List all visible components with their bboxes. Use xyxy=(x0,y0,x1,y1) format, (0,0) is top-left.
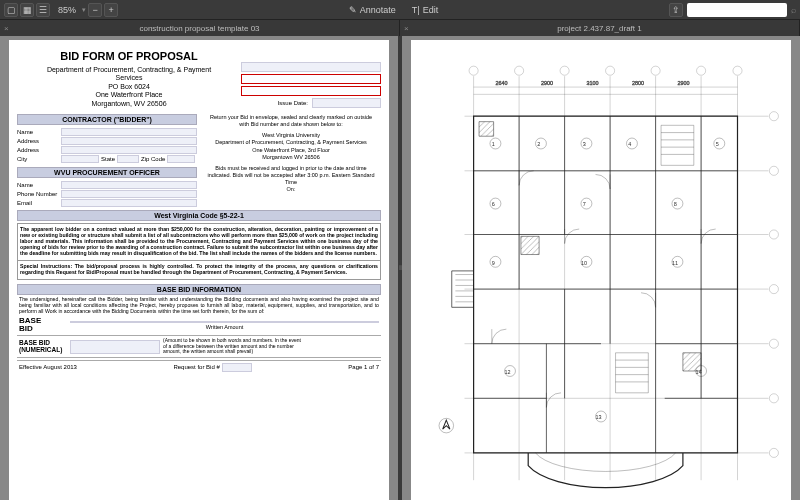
svg-rect-68 xyxy=(616,353,649,393)
svg-text:7: 7 xyxy=(583,201,586,207)
right-pane: 26402900310028002900 xyxy=(402,36,800,500)
state-field[interactable] xyxy=(117,155,139,163)
view-single-icon[interactable]: ▢ xyxy=(4,3,18,17)
address-field-1[interactable] xyxy=(61,137,197,145)
svg-point-15 xyxy=(769,112,778,121)
return-instructions: Return your Bid in envelope, sealed and … xyxy=(201,110,381,208)
section-code: West Virginia Code §5-22-1 xyxy=(17,210,381,221)
view-grid-icon[interactable]: ▦ xyxy=(20,3,34,17)
zoom-group: 85% ▾ − + xyxy=(54,3,118,17)
svg-rect-73 xyxy=(521,236,539,254)
svg-text:3: 3 xyxy=(583,141,586,147)
view-mode-group: ▢ ▦ ☰ xyxy=(4,3,50,17)
name-field[interactable] xyxy=(61,128,197,136)
search-icon[interactable]: ⌕ xyxy=(791,5,796,15)
chevron-down-icon[interactable]: ▾ xyxy=(82,6,86,14)
svg-text:9: 9 xyxy=(492,260,495,266)
tab-document-2[interactable]: × project 2.437.87_draft 1 xyxy=(400,20,800,36)
svg-point-23 xyxy=(769,339,778,348)
svg-text:3100: 3100 xyxy=(586,80,598,86)
officer-phone-field[interactable] xyxy=(61,190,197,198)
svg-point-19 xyxy=(769,230,778,239)
section-basebid: BASE BID INFORMATION xyxy=(17,284,381,295)
svg-point-5 xyxy=(560,66,569,75)
main-toolbar: ▢ ▦ ☰ 85% ▾ − + ✎ Annotate T| Edit ⇪ ⌕ xyxy=(0,0,800,20)
tab-document-1[interactable]: × construction proposal template 03 xyxy=(0,20,400,36)
bid-number-field[interactable] xyxy=(241,62,381,72)
svg-text:14: 14 xyxy=(696,369,702,375)
svg-rect-35 xyxy=(474,116,738,453)
address-field-2[interactable] xyxy=(61,146,197,154)
issue-date-field[interactable] xyxy=(312,98,381,108)
svg-rect-63 xyxy=(661,125,694,165)
view-list-icon[interactable]: ☰ xyxy=(36,3,50,17)
share-icon[interactable]: ⇪ xyxy=(669,3,683,17)
zoom-level[interactable]: 85% xyxy=(54,5,80,15)
effective-date: Effective August 2013 xyxy=(19,364,77,370)
city-field[interactable] xyxy=(61,155,99,163)
svg-text:2900: 2900 xyxy=(541,80,553,86)
base-bid-numerical-field[interactable] xyxy=(70,340,160,354)
svg-text:2800: 2800 xyxy=(632,80,644,86)
svg-text:13: 13 xyxy=(596,414,602,420)
zip-field[interactable] xyxy=(167,155,195,163)
officer-name-field[interactable] xyxy=(61,181,197,189)
tab-bar: × construction proposal template 03 × pr… xyxy=(0,20,800,36)
page-number: Page 1 of 7 xyxy=(348,364,379,370)
svg-text:10: 10 xyxy=(581,260,587,266)
bid-form-document: BID FORM OF PROPOSAL Department of Procu… xyxy=(9,40,389,500)
floor-plan-document: 26402900310028002900 xyxy=(411,40,791,500)
svg-text:2900: 2900 xyxy=(677,80,689,86)
svg-text:4: 4 xyxy=(628,141,631,147)
search-input[interactable] xyxy=(687,3,787,17)
zoom-out-button[interactable]: − xyxy=(88,3,102,17)
svg-text:11: 11 xyxy=(672,260,678,266)
doc-title: BID FORM OF PROPOSAL xyxy=(17,50,241,62)
close-icon[interactable]: × xyxy=(4,24,9,33)
svg-rect-75 xyxy=(479,122,494,137)
section-officer: WVU PROCUREMENT OFFICER xyxy=(17,167,197,178)
svg-point-25 xyxy=(769,394,778,403)
close-icon[interactable]: × xyxy=(404,24,409,33)
svg-text:8: 8 xyxy=(674,201,677,207)
svg-point-13 xyxy=(733,66,742,75)
svg-point-1 xyxy=(469,66,478,75)
svg-text:2: 2 xyxy=(537,141,540,147)
svg-text:2640: 2640 xyxy=(495,80,507,86)
required-field-1[interactable] xyxy=(241,74,381,84)
left-pane: BID FORM OF PROPOSAL Department of Procu… xyxy=(0,36,398,500)
section-contractor: CONTRACTOR ("BIDDER") xyxy=(17,114,197,125)
request-bid-number-field[interactable] xyxy=(222,363,252,372)
svg-text:5: 5 xyxy=(716,141,719,147)
svg-point-27 xyxy=(769,448,778,457)
svg-point-3 xyxy=(515,66,524,75)
officer-email-field[interactable] xyxy=(61,199,197,207)
svg-text:1: 1 xyxy=(492,141,495,147)
svg-point-9 xyxy=(651,66,660,75)
required-field-2[interactable] xyxy=(241,86,381,96)
svg-point-11 xyxy=(697,66,706,75)
split-panes: BID FORM OF PROPOSAL Department of Procu… xyxy=(0,36,800,500)
text-icon: T| xyxy=(412,5,420,15)
base-bid-written-field[interactable] xyxy=(70,321,379,323)
svg-text:12: 12 xyxy=(505,369,511,375)
svg-point-21 xyxy=(769,285,778,294)
zoom-in-button[interactable]: + xyxy=(104,3,118,17)
svg-point-17 xyxy=(769,166,778,175)
svg-text:6: 6 xyxy=(492,201,495,207)
pencil-icon: ✎ xyxy=(349,5,357,15)
floor-plan-drawing: 26402900310028002900 xyxy=(419,48,783,500)
svg-point-7 xyxy=(606,66,615,75)
edit-button[interactable]: T| Edit xyxy=(406,5,444,15)
annotate-button[interactable]: ✎ Annotate xyxy=(343,5,402,15)
